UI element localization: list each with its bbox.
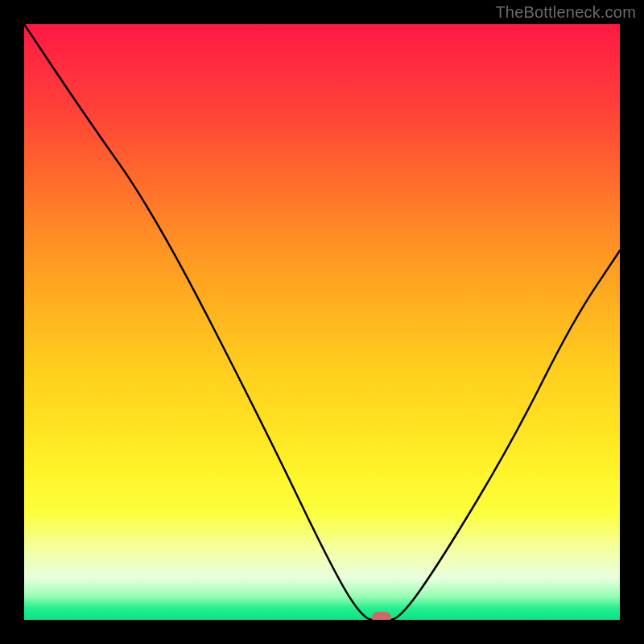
bottleneck-curve	[24, 24, 620, 620]
watermark-text: TheBottleneck.com	[495, 3, 636, 22]
chart-frame: TheBottleneck.com	[0, 0, 644, 644]
curve-path	[24, 24, 620, 620]
optimal-point-marker	[372, 612, 391, 620]
plot-area	[24, 24, 620, 620]
